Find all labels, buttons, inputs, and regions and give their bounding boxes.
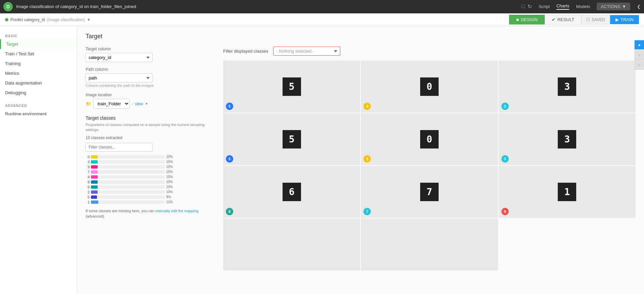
image-location-select[interactable]: train_Folder bbox=[93, 99, 130, 109]
image-digit: 7 bbox=[420, 183, 439, 201]
bar-row: 610% bbox=[86, 185, 213, 189]
saved-button[interactable]: ☐ SAVED bbox=[581, 15, 610, 24]
manually-edit-link[interactable]: manually edit the mapping bbox=[155, 209, 198, 213]
bar-fill bbox=[91, 195, 97, 199]
bar-track bbox=[91, 185, 165, 189]
bar-row: 210% bbox=[86, 190, 213, 194]
copy-icon[interactable]: □ bbox=[522, 3, 525, 10]
sidebar-item-target[interactable]: Target bbox=[0, 39, 77, 49]
nav-models[interactable]: Models bbox=[576, 4, 590, 9]
bar-label: 6 bbox=[86, 185, 90, 189]
right-panel-icons: ● ○ ○ bbox=[634, 40, 644, 70]
bar-fill bbox=[91, 165, 98, 169]
bar-row: 111% bbox=[86, 200, 213, 204]
class-badge: 5 bbox=[226, 155, 233, 163]
basic-section-label: BASIC bbox=[0, 31, 77, 39]
target-column-label: Target column bbox=[86, 47, 213, 51]
predict-chevron-icon[interactable]: ▼ bbox=[87, 17, 91, 22]
actions-button[interactable]: ACTIONS ▼ bbox=[597, 3, 630, 10]
main-layout: BASIC Target Train / Test Set Training M… bbox=[0, 26, 644, 294]
nav-charts[interactable]: Charts bbox=[556, 3, 569, 10]
bar-track bbox=[91, 160, 165, 164]
image-cell bbox=[361, 219, 498, 271]
bar-fill bbox=[91, 185, 98, 189]
view-link[interactable]: view bbox=[135, 102, 143, 106]
image-digit: 5 bbox=[283, 130, 301, 149]
bar-track bbox=[91, 165, 165, 169]
classes-title: Target classes bbox=[86, 115, 213, 121]
folder-icon: 📁 bbox=[86, 101, 91, 107]
predict-label: Predict category_id (Image classificatio… bbox=[5, 17, 91, 22]
class-badge: 5 bbox=[226, 103, 233, 110]
bar-row: 59% bbox=[86, 195, 213, 199]
target-panel-title: Target bbox=[86, 33, 636, 40]
right-icon-3[interactable]: ○ bbox=[635, 60, 644, 70]
refresh-icon[interactable]: ↻ bbox=[528, 3, 532, 10]
image-digit: 6 bbox=[283, 183, 301, 201]
app-logo: D bbox=[3, 2, 13, 11]
content-area: Target Target column category_id Path co… bbox=[77, 26, 644, 294]
right-icon-2[interactable]: ○ bbox=[635, 50, 644, 60]
sidebar-item-train-test-set[interactable]: Train / Test Set bbox=[0, 49, 77, 59]
class-badge: 3 bbox=[501, 103, 509, 110]
saved-icon: ☐ bbox=[586, 17, 590, 22]
bar-fill bbox=[91, 175, 98, 179]
sidebar-item-runtime-environment[interactable]: Runtime environment bbox=[0, 109, 77, 119]
image-digit: 0 bbox=[420, 77, 439, 96]
train-play-icon: ▶ bbox=[615, 17, 619, 22]
bar-pct: 10% bbox=[166, 180, 176, 184]
right-icon-1[interactable]: ● bbox=[635, 40, 644, 50]
bar-fill bbox=[91, 170, 98, 174]
sidebar-item-training[interactable]: Training bbox=[0, 59, 77, 68]
sidebar-item-metrics[interactable]: Metrics bbox=[0, 68, 77, 78]
design-tab[interactable]: ■ DESIGN bbox=[509, 15, 545, 24]
target-column-group: Target column category_id bbox=[86, 47, 213, 62]
bar-pct: 10% bbox=[166, 165, 176, 169]
location-chevron-icon[interactable]: ▼ bbox=[145, 102, 148, 106]
image-cell: 68 bbox=[223, 166, 360, 218]
bar-row: 810% bbox=[86, 180, 213, 184]
topbar: D Image classification of category_id on… bbox=[0, 0, 644, 13]
image-cell: 33 bbox=[499, 113, 636, 165]
sidebar-collapse-icon[interactable]: ❮ bbox=[637, 4, 641, 9]
bar-track bbox=[91, 180, 165, 184]
bar-track bbox=[91, 195, 165, 199]
class-badge: 3 bbox=[501, 155, 509, 163]
sidebar-item-data-augmentation[interactable]: Data augmentation bbox=[0, 78, 77, 88]
bar-chart: 010%310%910%710%410%810%610%210%59%111% bbox=[86, 155, 213, 204]
bar-fill bbox=[91, 160, 98, 164]
filter-classes-input[interactable] bbox=[86, 143, 153, 152]
filter-displayed-label: Filter displayed classes bbox=[223, 49, 268, 54]
right-column: Filter displayed classes - Nothing selec… bbox=[223, 47, 636, 271]
path-column-label: Path column bbox=[86, 67, 213, 72]
bar-pct: 10% bbox=[166, 185, 176, 189]
filter-row: Filter displayed classes - Nothing selec… bbox=[223, 47, 636, 56]
target-column-select[interactable]: category_id bbox=[86, 53, 153, 62]
result-tab[interactable]: ✔ RESULT bbox=[545, 15, 581, 24]
filter-classes-select[interactable]: - Nothing selected - bbox=[273, 47, 340, 56]
class-badge: 0 bbox=[363, 103, 371, 110]
missing-note: If some classes are missing here, you ca… bbox=[86, 208, 213, 219]
class-badge: 0 bbox=[363, 155, 371, 163]
bar-row: 010% bbox=[86, 155, 213, 159]
path-column-hint: Column containing the path to the images bbox=[86, 83, 213, 87]
tab-group: ■ DESIGN ✔ RESULT ☐ SAVED ▶ TRAIN bbox=[509, 15, 639, 24]
image-digit: 3 bbox=[558, 130, 576, 149]
image-cell bbox=[223, 219, 360, 271]
bar-label: 8 bbox=[86, 180, 90, 184]
sidebar-item-debugging[interactable]: Debugging bbox=[0, 88, 77, 98]
image-cell: 00 bbox=[361, 61, 498, 113]
image-cell: 00 bbox=[361, 113, 498, 165]
bar-track bbox=[91, 155, 165, 159]
image-digit: 3 bbox=[558, 77, 576, 96]
left-column: Target column category_id Path column pa… bbox=[86, 47, 213, 271]
design-icon: ■ bbox=[516, 17, 519, 22]
train-button[interactable]: ▶ TRAIN bbox=[610, 15, 639, 24]
bar-track bbox=[91, 170, 165, 174]
nav-script[interactable]: Script bbox=[539, 4, 550, 9]
image-digit: 0 bbox=[420, 130, 439, 149]
class-badge: 9 bbox=[501, 208, 509, 215]
path-column-select[interactable]: path bbox=[86, 73, 153, 82]
image-location-row: 📁 train_Folder - view ▼ bbox=[86, 99, 213, 109]
bar-track bbox=[91, 200, 165, 204]
